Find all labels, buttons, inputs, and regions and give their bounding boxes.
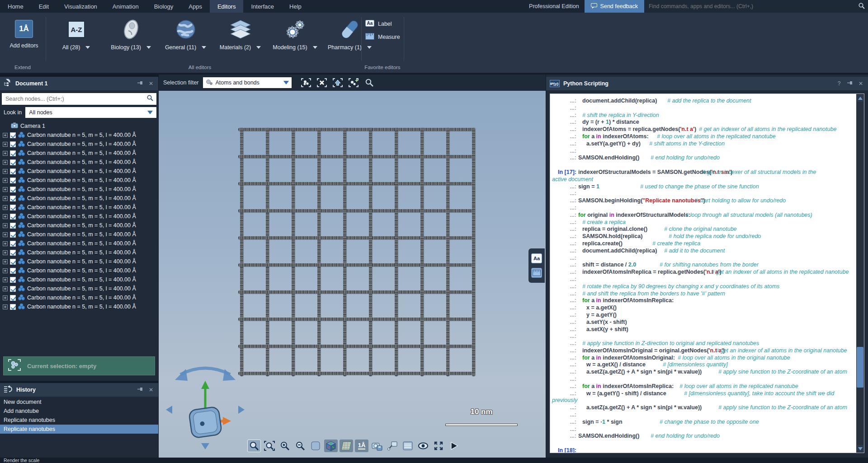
tree-row-nanotube[interactable]: +Carbon nanotube n = 5, m = 5, l = 400.0… [0, 221, 158, 230]
visibility-checkbox[interactable] [10, 196, 16, 201]
expand-icon[interactable]: + [3, 214, 8, 219]
expand-icon[interactable]: + [3, 286, 8, 291]
pin-icon[interactable] [137, 80, 144, 87]
expand-icon[interactable]: + [3, 250, 8, 255]
expand-icon[interactable]: + [3, 151, 8, 156]
tree-row-nanotube[interactable]: +Carbon nanotube n = 5, m = 5, l = 400.0… [0, 212, 158, 221]
grid-plane-button[interactable] [340, 440, 353, 452]
tree-row-nanotube[interactable]: +Carbon nanotube n = 5, m = 5, l = 400.0… [0, 293, 158, 302]
tree-row-nanotube[interactable]: +Carbon nanotube n = 5, m = 5, l = 400.0… [0, 194, 158, 203]
tree-row-nanotube[interactable]: +Carbon nanotube n = 5, m = 5, l = 400.0… [0, 131, 158, 140]
play-button[interactable] [447, 440, 461, 452]
visibility-checkbox[interactable] [10, 286, 16, 292]
scroll-up-icon[interactable] [857, 94, 863, 102]
chevron-down-icon[interactable] [146, 46, 151, 49]
tree-row-nanotube[interactable]: +Carbon nanotube n = 5, m = 5, l = 400.0… [0, 248, 158, 257]
pin-icon[interactable] [846, 80, 854, 87]
scale-1a-button[interactable]: 1Å [355, 440, 368, 452]
tree-row-nanotube[interactable]: +Carbon nanotube n = 5, m = 5, l = 400.0… [0, 302, 158, 311]
zoom-on-selection-button[interactable] [363, 76, 376, 89]
menu-item-animation[interactable]: Animation [105, 0, 146, 13]
category-layers[interactable]: Materials (2) [213, 16, 268, 51]
nanotube-vertical[interactable] [343, 128, 346, 376]
chevron-down-icon[interactable] [367, 46, 372, 49]
look-in-dropdown[interactable]: All nodes [25, 107, 156, 118]
tree-row-nanotube[interactable]: +Carbon nanotube n = 5, m = 5, l = 400.0… [0, 239, 158, 248]
select-up-button[interactable] [331, 76, 344, 89]
visibility-checkbox[interactable] [10, 150, 16, 156]
close-icon[interactable]: ✕ [147, 387, 155, 393]
nanotube-horizontal[interactable] [238, 263, 474, 267]
history-item[interactable]: Add nanotube [0, 407, 158, 416]
nanotube-vertical[interactable] [395, 128, 398, 376]
expand-icon[interactable]: + [3, 160, 8, 165]
python-code[interactable]: ...:document.addChild(replica)# add the … [550, 94, 864, 453]
label-button[interactable]: Aa [531, 253, 542, 263]
expand-icon[interactable]: + [3, 196, 8, 201]
add-to-selection-button[interactable] [347, 76, 360, 89]
visibility-checkbox[interactable] [10, 159, 16, 165]
category-az[interactable]: A-ZAll (28) [49, 16, 104, 51]
menu-item-visualization[interactable]: Visualization [57, 0, 105, 13]
visibility-checkbox[interactable] [10, 214, 16, 220]
fullscreen-button[interactable] [432, 440, 445, 452]
nanotube-vertical[interactable] [317, 128, 321, 376]
nanotube-horizontal[interactable] [238, 182, 474, 185]
nanotube-vertical[interactable] [369, 128, 372, 376]
scrollbar-thumb[interactable] [857, 347, 863, 388]
visibility-checkbox[interactable] [10, 141, 16, 147]
menu-item-interface[interactable]: Interface [243, 0, 282, 13]
expand-icon[interactable]: + [3, 205, 8, 210]
visibility-checkbox[interactable] [10, 250, 16, 256]
tree-row-nanotube[interactable]: +Carbon nanotube n = 5, m = 5, l = 400.0… [0, 140, 158, 149]
expand-icon[interactable]: + [3, 295, 8, 300]
expand-icon[interactable]: + [3, 277, 8, 282]
tree-row-nanotube[interactable]: +Carbon nanotube n = 5, m = 5, l = 400.0… [0, 167, 158, 176]
visibility-button[interactable] [416, 440, 430, 452]
visibility-checkbox[interactable] [10, 132, 16, 138]
navigation-cube-button[interactable] [324, 440, 338, 452]
category-gears[interactable]: Modeling (15) [268, 16, 322, 51]
expand-icon[interactable]: + [3, 241, 8, 246]
history-item[interactable]: Replicate nanotubes [0, 416, 158, 425]
tree-row-nanotube[interactable]: +Carbon nanotube n = 5, m = 5, l = 400.0… [0, 176, 158, 185]
snapshot-button[interactable] [370, 440, 384, 452]
chevron-down-icon[interactable] [85, 46, 90, 49]
expand-icon[interactable]: + [3, 304, 8, 309]
help-icon[interactable]: ? [835, 80, 843, 87]
navigation-gizmo[interactable] [162, 361, 248, 453]
pin-icon[interactable] [137, 387, 144, 393]
tree-row-nanotube[interactable]: +Carbon nanotube n = 5, m = 5, l = 400.0… [0, 275, 158, 284]
tree-row-nanotube[interactable]: +Carbon nanotube n = 5, m = 5, l = 400.0… [0, 149, 158, 158]
menu-item-help[interactable]: Help [282, 0, 309, 13]
visibility-checkbox[interactable] [10, 168, 16, 174]
expand-icon[interactable]: + [3, 268, 8, 273]
tree-row-nanotube[interactable]: +Carbon nanotube n = 5, m = 5, l = 400.0… [0, 230, 158, 239]
visibility-checkbox[interactable] [10, 205, 16, 210]
nanotube-horizontal[interactable] [238, 372, 474, 375]
nanotube-horizontal[interactable] [238, 290, 474, 294]
nanotube-horizontal[interactable] [238, 236, 474, 239]
chevron-down-icon[interactable] [313, 46, 317, 49]
tree-row-nanotube[interactable]: +Carbon nanotube n = 5, m = 5, l = 400.0… [0, 284, 158, 293]
close-icon[interactable]: ✕ [857, 80, 864, 87]
node-search-input[interactable] [5, 95, 146, 103]
zoom-out-button[interactable] [293, 440, 307, 452]
menu-item-edit[interactable]: Edit [31, 0, 57, 13]
history-item[interactable]: New document [0, 398, 158, 407]
callout-button[interactable] [386, 440, 399, 452]
tree-row-nanotube[interactable]: +Carbon nanotube n = 5, m = 5, l = 400.0… [0, 266, 158, 275]
close-icon[interactable]: ✕ [147, 80, 155, 87]
nanotube-horizontal[interactable] [238, 209, 474, 212]
menu-item-apps[interactable]: Apps [181, 0, 210, 13]
visibility-checkbox[interactable] [10, 268, 16, 274]
nanotube-vertical[interactable] [446, 128, 449, 376]
expand-icon[interactable]: + [3, 259, 8, 264]
expand-icon[interactable]: + [3, 223, 8, 228]
background-button[interactable] [309, 440, 322, 452]
tree-row-nanotube[interactable]: +Carbon nanotube n = 5, m = 5, l = 400.0… [0, 185, 158, 194]
expand-icon[interactable]: + [3, 169, 8, 174]
visibility-checkbox[interactable] [10, 241, 16, 247]
deselect-all-button[interactable] [315, 76, 329, 89]
chevron-down-icon[interactable] [256, 46, 261, 49]
